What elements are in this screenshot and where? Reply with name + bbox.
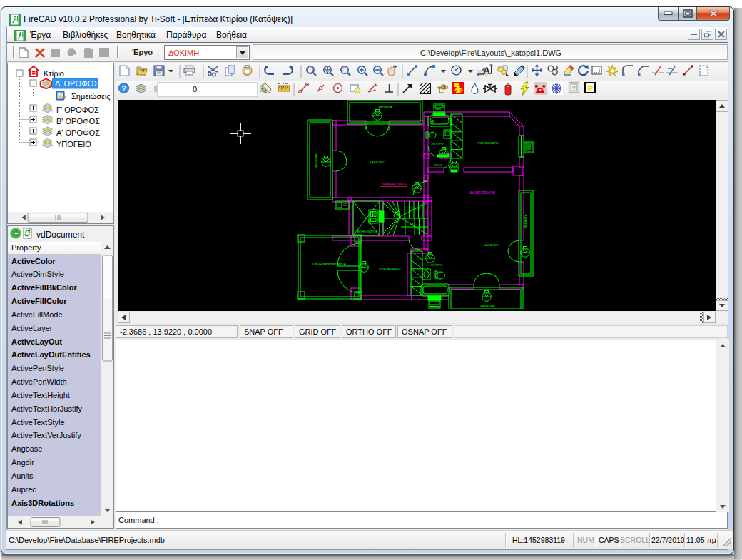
svg-text:ΒΕΡΑΝΤΑ: ΒΕΡΑΝΤΑ xyxy=(481,305,494,308)
svg-text:0: 0 xyxy=(193,85,197,93)
svg-text:Σημειώσεις: Σημειώσεις xyxy=(71,92,111,101)
svg-text:ΒΕΡΑΝΤΑ: ΒΕΡΑΝΤΑ xyxy=(524,214,527,228)
svg-text:ΔΙΑΜΕΡΙΣΜΑ Β: ΔΙΑΜΕΡΙΣΜΑ Β xyxy=(469,190,495,195)
svg-text:?: ? xyxy=(122,84,127,93)
svg-text:ΛΟΥΤΡΟ: ΛΟΥΤΡΟ xyxy=(430,263,443,267)
svg-text:Α' ΟΡΟΦΟΣ: Α' ΟΡΟΦΟΣ xyxy=(56,128,100,137)
svg-text:ΒΕΡΑΝΤΑ: ΒΕΡΑΝΤΑ xyxy=(379,105,392,108)
svg-text:ΧΩΛΛ: ΧΩΛΛ xyxy=(434,163,442,167)
svg-text:Γ' ΟΡΟΦΟΣ: Γ' ΟΡΟΦΟΣ xyxy=(56,106,99,114)
svg-text:Β' ΟΡΟΦΟΣ: Β' ΟΡΟΦΟΣ xyxy=(56,117,100,126)
svg-text:ΒΟΗΘ.ΧΩΡΟΣ: ΒΟΗΘ.ΧΩΡΟΣ xyxy=(357,230,377,233)
svg-text:1 2 3 4: 1 2 3 4 xyxy=(412,208,420,210)
svg-text:4 3 2 1: 4 3 2 1 xyxy=(410,223,418,225)
svg-text:ΣΤΕΓΑΣΜΕΝΗ ΒΕΡΑΝΤΑ: ΣΤΕΓΑΣΜΕΝΗ ΒΕΡΑΝΤΑ xyxy=(312,262,346,265)
svg-text:ΚΑΘΙΣΤΙΚΟ: ΚΑΘΙΣΤΙΚΟ xyxy=(484,243,500,247)
svg-text:ΛΟΥΤΡΟ: ΛΟΥΤΡΟ xyxy=(431,142,444,146)
svg-text:ΔΙΑΜΕΡΙΣΜΑ Α: ΔΙΑΜΕΡΙΣΜΑ Α xyxy=(381,182,407,186)
svg-text:Κτίριο: Κτίριο xyxy=(44,69,64,78)
svg-text:ΥΠΟΓΕΙΟ: ΥΠΟΓΕΙΟ xyxy=(56,140,91,148)
svg-text:ΥΠΝΟΔΩΜΑΤΙΟ: ΥΠΝΟΔΩΜΑΤΙΟ xyxy=(477,141,500,145)
svg-text:A: A xyxy=(483,65,491,76)
svg-text:Δ' ΟΡΟΦΟΣ: Δ' ΟΡΟΦΟΣ xyxy=(55,79,98,88)
svg-text:ΥΠΝΟΔΩΜΑΤΙΟ: ΥΠΝΟΔΩΜΑΤΙΟ xyxy=(379,267,402,270)
svg-text:P: P xyxy=(588,84,594,93)
svg-text:ΒΕΡΑΝΤΑ: ΒΕΡΑΝΤΑ xyxy=(315,153,318,167)
svg-text:ΚΑΘΙΣΤΙΚΟ: ΚΑΘΙΣΤΙΚΟ xyxy=(370,161,386,164)
